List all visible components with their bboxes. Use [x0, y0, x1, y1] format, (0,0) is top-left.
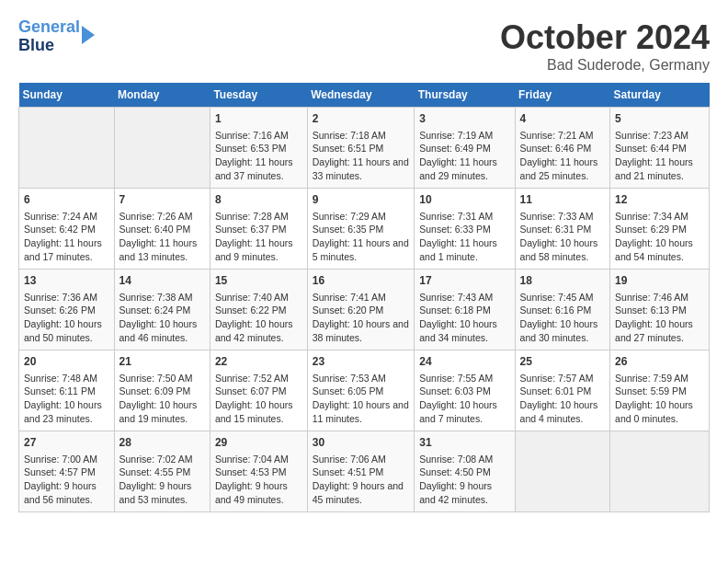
logo: GeneralBlue: [18, 18, 95, 55]
day-number: 8: [215, 192, 302, 208]
header-row: SundayMondayTuesdayWednesdayThursdayFrid…: [19, 83, 710, 108]
day-number: 28: [119, 435, 205, 451]
calendar-cell: 21Sunrise: 7:50 AM Sunset: 6:09 PM Dayli…: [114, 350, 210, 431]
calendar-cell: 9Sunrise: 7:29 AM Sunset: 6:35 PM Daylig…: [307, 189, 415, 270]
day-number: 5: [615, 111, 704, 127]
day-number: 4: [520, 111, 606, 127]
day-number: 13: [24, 273, 109, 289]
day-info: Sunrise: 7:38 AM Sunset: 6:24 PM Dayligh…: [119, 291, 205, 345]
day-info: Sunrise: 7:06 AM Sunset: 4:51 PM Dayligh…: [313, 453, 410, 507]
day-info: Sunrise: 7:28 AM Sunset: 6:37 PM Dayligh…: [215, 210, 302, 264]
day-number: 6: [24, 192, 109, 208]
day-info: Sunrise: 7:26 AM Sunset: 6:40 PM Dayligh…: [119, 210, 205, 264]
day-number: 12: [615, 192, 704, 208]
day-number: 11: [520, 192, 606, 208]
day-info: Sunrise: 7:04 AM Sunset: 4:53 PM Dayligh…: [215, 453, 302, 507]
day-number: 3: [419, 111, 509, 127]
day-number: 21: [119, 354, 205, 370]
day-info: Sunrise: 7:59 AM Sunset: 5:59 PM Dayligh…: [615, 372, 704, 426]
title-section: October 2024 Bad Suderode, Germany: [500, 18, 710, 74]
calendar-cell: [19, 108, 115, 189]
day-info: Sunrise: 7:02 AM Sunset: 4:55 PM Dayligh…: [119, 453, 205, 507]
day-info: Sunrise: 7:53 AM Sunset: 6:05 PM Dayligh…: [313, 372, 410, 426]
calendar-cell: 16Sunrise: 7:41 AM Sunset: 6:20 PM Dayli…: [307, 270, 415, 350]
day-number: 29: [215, 435, 302, 451]
week-row-1: 1Sunrise: 7:16 AM Sunset: 6:53 PM Daylig…: [19, 108, 710, 189]
calendar-cell: 13Sunrise: 7:36 AM Sunset: 6:26 PM Dayli…: [19, 270, 115, 350]
day-info: Sunrise: 7:41 AM Sunset: 6:20 PM Dayligh…: [313, 291, 410, 345]
day-info: Sunrise: 7:48 AM Sunset: 6:11 PM Dayligh…: [24, 372, 109, 426]
calendar-cell: [114, 108, 210, 189]
page-header: GeneralBlue October 2024 Bad Suderode, G…: [18, 18, 710, 74]
day-number: 26: [615, 354, 704, 370]
day-info: Sunrise: 7:31 AM Sunset: 6:33 PM Dayligh…: [419, 210, 509, 264]
day-number: 17: [419, 273, 509, 289]
day-number: 7: [119, 192, 205, 208]
calendar-cell: [515, 431, 610, 512]
day-number: 14: [119, 273, 205, 289]
day-info: Sunrise: 7:57 AM Sunset: 6:01 PM Dayligh…: [520, 372, 606, 426]
col-header-saturday: Saturday: [610, 83, 710, 108]
calendar-cell: 14Sunrise: 7:38 AM Sunset: 6:24 PM Dayli…: [114, 270, 210, 350]
day-info: Sunrise: 7:24 AM Sunset: 6:42 PM Dayligh…: [24, 210, 109, 264]
calendar-cell: 24Sunrise: 7:55 AM Sunset: 6:03 PM Dayli…: [415, 350, 515, 431]
day-number: 25: [520, 354, 606, 370]
calendar-cell: 12Sunrise: 7:34 AM Sunset: 6:29 PM Dayli…: [610, 189, 710, 270]
calendar-cell: 2Sunrise: 7:18 AM Sunset: 6:51 PM Daylig…: [307, 108, 415, 189]
day-info: Sunrise: 7:19 AM Sunset: 6:49 PM Dayligh…: [419, 129, 509, 183]
calendar-cell: 18Sunrise: 7:45 AM Sunset: 6:16 PM Dayli…: [515, 270, 610, 350]
day-info: Sunrise: 7:23 AM Sunset: 6:44 PM Dayligh…: [615, 129, 704, 183]
calendar-cell: 30Sunrise: 7:06 AM Sunset: 4:51 PM Dayli…: [307, 431, 415, 512]
day-info: Sunrise: 7:55 AM Sunset: 6:03 PM Dayligh…: [419, 372, 509, 426]
day-info: Sunrise: 7:52 AM Sunset: 6:07 PM Dayligh…: [215, 372, 302, 426]
day-number: 19: [615, 273, 704, 289]
calendar-cell: 31Sunrise: 7:08 AM Sunset: 4:50 PM Dayli…: [415, 431, 515, 512]
week-row-5: 27Sunrise: 7:00 AM Sunset: 4:57 PM Dayli…: [19, 431, 710, 512]
week-row-4: 20Sunrise: 7:48 AM Sunset: 6:11 PM Dayli…: [19, 350, 710, 431]
logo-text: GeneralBlue: [18, 18, 80, 55]
col-header-thursday: Thursday: [415, 83, 515, 108]
day-number: 1: [215, 111, 302, 127]
logo-arrow-icon: [82, 26, 95, 44]
week-row-3: 13Sunrise: 7:36 AM Sunset: 6:26 PM Dayli…: [19, 270, 710, 350]
day-info: Sunrise: 7:08 AM Sunset: 4:50 PM Dayligh…: [419, 453, 509, 507]
calendar-cell: 11Sunrise: 7:33 AM Sunset: 6:31 PM Dayli…: [515, 189, 610, 270]
calendar-cell: 17Sunrise: 7:43 AM Sunset: 6:18 PM Dayli…: [415, 270, 515, 350]
calendar-cell: 19Sunrise: 7:46 AM Sunset: 6:13 PM Dayli…: [610, 270, 710, 350]
day-info: Sunrise: 7:43 AM Sunset: 6:18 PM Dayligh…: [419, 291, 509, 345]
day-number: 2: [313, 111, 410, 127]
month-title: October 2024: [500, 18, 710, 57]
day-info: Sunrise: 7:29 AM Sunset: 6:35 PM Dayligh…: [313, 210, 410, 264]
day-number: 16: [313, 273, 410, 289]
calendar-cell: 10Sunrise: 7:31 AM Sunset: 6:33 PM Dayli…: [415, 189, 515, 270]
calendar-cell: 7Sunrise: 7:26 AM Sunset: 6:40 PM Daylig…: [114, 189, 210, 270]
day-info: Sunrise: 7:00 AM Sunset: 4:57 PM Dayligh…: [24, 453, 109, 507]
day-number: 27: [24, 435, 109, 451]
calendar-cell: 15Sunrise: 7:40 AM Sunset: 6:22 PM Dayli…: [210, 270, 307, 350]
location: Bad Suderode, Germany: [500, 57, 710, 74]
calendar-cell: 28Sunrise: 7:02 AM Sunset: 4:55 PM Dayli…: [114, 431, 210, 512]
col-header-sunday: Sunday: [19, 83, 115, 108]
day-info: Sunrise: 7:16 AM Sunset: 6:53 PM Dayligh…: [215, 129, 302, 183]
calendar-cell: 25Sunrise: 7:57 AM Sunset: 6:01 PM Dayli…: [515, 350, 610, 431]
day-info: Sunrise: 7:40 AM Sunset: 6:22 PM Dayligh…: [215, 291, 302, 345]
day-info: Sunrise: 7:18 AM Sunset: 6:51 PM Dayligh…: [313, 129, 410, 183]
day-info: Sunrise: 7:36 AM Sunset: 6:26 PM Dayligh…: [24, 291, 109, 345]
day-number: 24: [419, 354, 509, 370]
day-number: 31: [419, 435, 509, 451]
calendar-cell: 20Sunrise: 7:48 AM Sunset: 6:11 PM Dayli…: [19, 350, 115, 431]
calendar-cell: 3Sunrise: 7:19 AM Sunset: 6:49 PM Daylig…: [415, 108, 515, 189]
day-number: 10: [419, 192, 509, 208]
day-info: Sunrise: 7:34 AM Sunset: 6:29 PM Dayligh…: [615, 210, 704, 264]
calendar-cell: 29Sunrise: 7:04 AM Sunset: 4:53 PM Dayli…: [210, 431, 307, 512]
day-number: 9: [313, 192, 410, 208]
day-info: Sunrise: 7:33 AM Sunset: 6:31 PM Dayligh…: [520, 210, 606, 264]
col-header-friday: Friday: [515, 83, 610, 108]
day-number: 30: [313, 435, 410, 451]
day-number: 23: [313, 354, 410, 370]
calendar-cell: 5Sunrise: 7:23 AM Sunset: 6:44 PM Daylig…: [610, 108, 710, 189]
calendar-cell: 4Sunrise: 7:21 AM Sunset: 6:46 PM Daylig…: [515, 108, 610, 189]
day-number: 18: [520, 273, 606, 289]
day-info: Sunrise: 7:21 AM Sunset: 6:46 PM Dayligh…: [520, 129, 606, 183]
calendar-cell: 22Sunrise: 7:52 AM Sunset: 6:07 PM Dayli…: [210, 350, 307, 431]
